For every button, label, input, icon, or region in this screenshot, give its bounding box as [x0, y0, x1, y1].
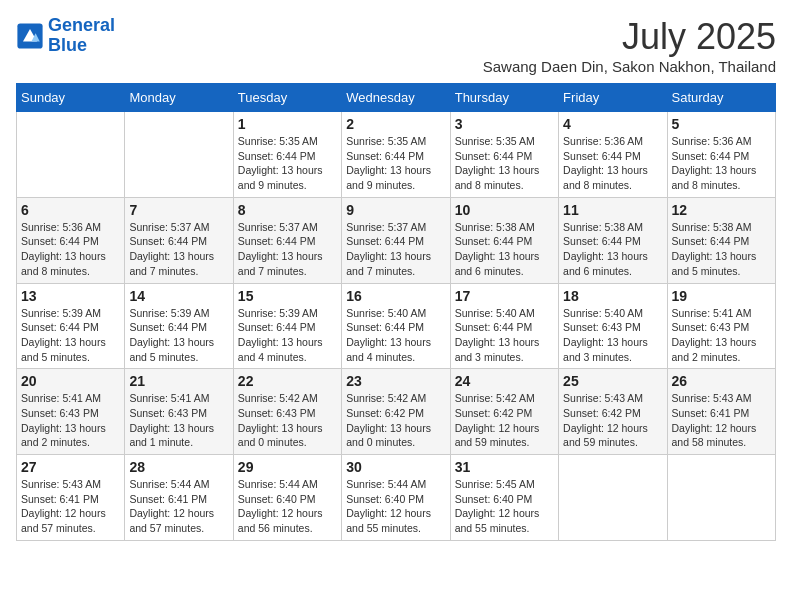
day-number: 24: [455, 373, 554, 389]
day-info: Sunrise: 5:45 AM Sunset: 6:40 PM Dayligh…: [455, 477, 554, 536]
calendar-cell: 22Sunrise: 5:42 AM Sunset: 6:43 PM Dayli…: [233, 369, 341, 455]
day-info: Sunrise: 5:41 AM Sunset: 6:43 PM Dayligh…: [129, 391, 228, 450]
day-number: 31: [455, 459, 554, 475]
calendar-cell: 4Sunrise: 5:36 AM Sunset: 6:44 PM Daylig…: [559, 112, 667, 198]
day-info: Sunrise: 5:35 AM Sunset: 6:44 PM Dayligh…: [346, 134, 445, 193]
weekday-header-cell: Tuesday: [233, 84, 341, 112]
calendar-body: 1Sunrise: 5:35 AM Sunset: 6:44 PM Daylig…: [17, 112, 776, 541]
day-info: Sunrise: 5:39 AM Sunset: 6:44 PM Dayligh…: [21, 306, 120, 365]
day-info: Sunrise: 5:37 AM Sunset: 6:44 PM Dayligh…: [238, 220, 337, 279]
calendar-cell: 10Sunrise: 5:38 AM Sunset: 6:44 PM Dayli…: [450, 197, 558, 283]
calendar-cell: 5Sunrise: 5:36 AM Sunset: 6:44 PM Daylig…: [667, 112, 775, 198]
day-info: Sunrise: 5:43 AM Sunset: 6:41 PM Dayligh…: [21, 477, 120, 536]
calendar-cell: 17Sunrise: 5:40 AM Sunset: 6:44 PM Dayli…: [450, 283, 558, 369]
day-info: Sunrise: 5:41 AM Sunset: 6:43 PM Dayligh…: [672, 306, 771, 365]
day-info: Sunrise: 5:44 AM Sunset: 6:40 PM Dayligh…: [346, 477, 445, 536]
day-number: 17: [455, 288, 554, 304]
day-number: 2: [346, 116, 445, 132]
day-info: Sunrise: 5:43 AM Sunset: 6:42 PM Dayligh…: [563, 391, 662, 450]
day-info: Sunrise: 5:38 AM Sunset: 6:44 PM Dayligh…: [563, 220, 662, 279]
day-info: Sunrise: 5:42 AM Sunset: 6:42 PM Dayligh…: [455, 391, 554, 450]
calendar-cell: 6Sunrise: 5:36 AM Sunset: 6:44 PM Daylig…: [17, 197, 125, 283]
day-info: Sunrise: 5:36 AM Sunset: 6:44 PM Dayligh…: [21, 220, 120, 279]
day-number: 3: [455, 116, 554, 132]
day-number: 18: [563, 288, 662, 304]
day-info: Sunrise: 5:36 AM Sunset: 6:44 PM Dayligh…: [563, 134, 662, 193]
calendar-cell: 23Sunrise: 5:42 AM Sunset: 6:42 PM Dayli…: [342, 369, 450, 455]
day-number: 23: [346, 373, 445, 389]
calendar-cell: 31Sunrise: 5:45 AM Sunset: 6:40 PM Dayli…: [450, 455, 558, 541]
calendar-cell: [559, 455, 667, 541]
calendar-cell: 18Sunrise: 5:40 AM Sunset: 6:43 PM Dayli…: [559, 283, 667, 369]
calendar-week-row: 1Sunrise: 5:35 AM Sunset: 6:44 PM Daylig…: [17, 112, 776, 198]
calendar-cell: 15Sunrise: 5:39 AM Sunset: 6:44 PM Dayli…: [233, 283, 341, 369]
calendar-cell: 27Sunrise: 5:43 AM Sunset: 6:41 PM Dayli…: [17, 455, 125, 541]
weekday-header-cell: Saturday: [667, 84, 775, 112]
page-header: General Blue July 2025 Sawang Daen Din, …: [16, 16, 776, 75]
month-title: July 2025: [483, 16, 776, 58]
weekday-header-cell: Monday: [125, 84, 233, 112]
day-info: Sunrise: 5:35 AM Sunset: 6:44 PM Dayligh…: [238, 134, 337, 193]
calendar-cell: 26Sunrise: 5:43 AM Sunset: 6:41 PM Dayli…: [667, 369, 775, 455]
calendar-table: SundayMondayTuesdayWednesdayThursdayFrid…: [16, 83, 776, 541]
calendar-cell: 3Sunrise: 5:35 AM Sunset: 6:44 PM Daylig…: [450, 112, 558, 198]
day-info: Sunrise: 5:40 AM Sunset: 6:43 PM Dayligh…: [563, 306, 662, 365]
weekday-header-cell: Sunday: [17, 84, 125, 112]
day-number: 6: [21, 202, 120, 218]
day-number: 28: [129, 459, 228, 475]
calendar-week-row: 27Sunrise: 5:43 AM Sunset: 6:41 PM Dayli…: [17, 455, 776, 541]
calendar-cell: 7Sunrise: 5:37 AM Sunset: 6:44 PM Daylig…: [125, 197, 233, 283]
calendar-cell: 8Sunrise: 5:37 AM Sunset: 6:44 PM Daylig…: [233, 197, 341, 283]
day-number: 1: [238, 116, 337, 132]
day-info: Sunrise: 5:37 AM Sunset: 6:44 PM Dayligh…: [346, 220, 445, 279]
calendar-cell: 9Sunrise: 5:37 AM Sunset: 6:44 PM Daylig…: [342, 197, 450, 283]
day-number: 29: [238, 459, 337, 475]
weekday-header-cell: Friday: [559, 84, 667, 112]
day-number: 21: [129, 373, 228, 389]
day-info: Sunrise: 5:44 AM Sunset: 6:40 PM Dayligh…: [238, 477, 337, 536]
day-number: 15: [238, 288, 337, 304]
day-number: 16: [346, 288, 445, 304]
calendar-cell: 2Sunrise: 5:35 AM Sunset: 6:44 PM Daylig…: [342, 112, 450, 198]
day-info: Sunrise: 5:42 AM Sunset: 6:43 PM Dayligh…: [238, 391, 337, 450]
calendar-cell: 28Sunrise: 5:44 AM Sunset: 6:41 PM Dayli…: [125, 455, 233, 541]
day-info: Sunrise: 5:41 AM Sunset: 6:43 PM Dayligh…: [21, 391, 120, 450]
day-info: Sunrise: 5:35 AM Sunset: 6:44 PM Dayligh…: [455, 134, 554, 193]
calendar-cell: 1Sunrise: 5:35 AM Sunset: 6:44 PM Daylig…: [233, 112, 341, 198]
logo-text: General Blue: [48, 16, 115, 56]
calendar-cell: [17, 112, 125, 198]
logo-icon: [16, 22, 44, 50]
calendar-cell: [667, 455, 775, 541]
day-number: 7: [129, 202, 228, 218]
day-info: Sunrise: 5:39 AM Sunset: 6:44 PM Dayligh…: [238, 306, 337, 365]
day-number: 9: [346, 202, 445, 218]
day-number: 13: [21, 288, 120, 304]
day-info: Sunrise: 5:40 AM Sunset: 6:44 PM Dayligh…: [346, 306, 445, 365]
calendar-week-row: 6Sunrise: 5:36 AM Sunset: 6:44 PM Daylig…: [17, 197, 776, 283]
day-info: Sunrise: 5:40 AM Sunset: 6:44 PM Dayligh…: [455, 306, 554, 365]
calendar-cell: 11Sunrise: 5:38 AM Sunset: 6:44 PM Dayli…: [559, 197, 667, 283]
calendar-cell: 16Sunrise: 5:40 AM Sunset: 6:44 PM Dayli…: [342, 283, 450, 369]
day-info: Sunrise: 5:39 AM Sunset: 6:44 PM Dayligh…: [129, 306, 228, 365]
day-number: 27: [21, 459, 120, 475]
calendar-cell: 20Sunrise: 5:41 AM Sunset: 6:43 PM Dayli…: [17, 369, 125, 455]
calendar-cell: 19Sunrise: 5:41 AM Sunset: 6:43 PM Dayli…: [667, 283, 775, 369]
calendar-cell: 14Sunrise: 5:39 AM Sunset: 6:44 PM Dayli…: [125, 283, 233, 369]
day-number: 10: [455, 202, 554, 218]
calendar-cell: [125, 112, 233, 198]
day-number: 14: [129, 288, 228, 304]
logo: General Blue: [16, 16, 115, 56]
calendar-cell: 13Sunrise: 5:39 AM Sunset: 6:44 PM Dayli…: [17, 283, 125, 369]
title-area: July 2025 Sawang Daen Din, Sakon Nakhon,…: [483, 16, 776, 75]
day-number: 26: [672, 373, 771, 389]
calendar-cell: 29Sunrise: 5:44 AM Sunset: 6:40 PM Dayli…: [233, 455, 341, 541]
day-info: Sunrise: 5:38 AM Sunset: 6:44 PM Dayligh…: [672, 220, 771, 279]
calendar-cell: 21Sunrise: 5:41 AM Sunset: 6:43 PM Dayli…: [125, 369, 233, 455]
calendar-week-row: 13Sunrise: 5:39 AM Sunset: 6:44 PM Dayli…: [17, 283, 776, 369]
day-info: Sunrise: 5:43 AM Sunset: 6:41 PM Dayligh…: [672, 391, 771, 450]
calendar-cell: 30Sunrise: 5:44 AM Sunset: 6:40 PM Dayli…: [342, 455, 450, 541]
day-info: Sunrise: 5:36 AM Sunset: 6:44 PM Dayligh…: [672, 134, 771, 193]
day-info: Sunrise: 5:37 AM Sunset: 6:44 PM Dayligh…: [129, 220, 228, 279]
day-number: 5: [672, 116, 771, 132]
weekday-header-row: SundayMondayTuesdayWednesdayThursdayFrid…: [17, 84, 776, 112]
